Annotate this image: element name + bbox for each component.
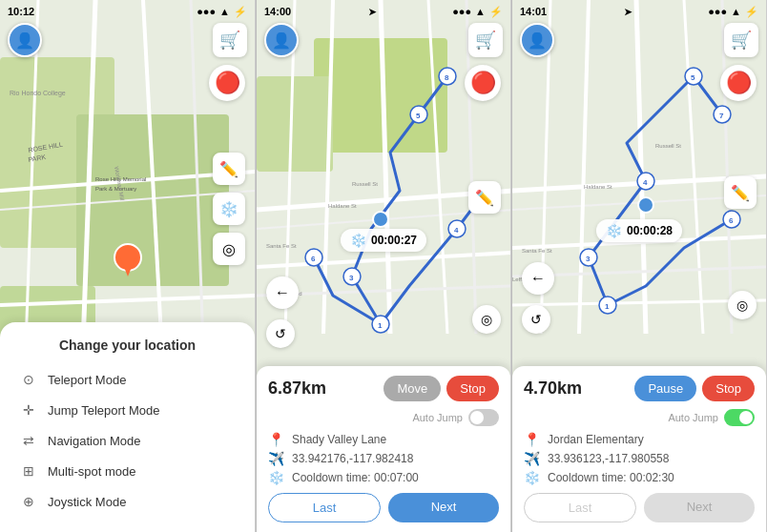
timer-value-3: 00:00:28 (627, 224, 673, 237)
back-arrow-3[interactable]: ← (522, 262, 554, 295)
location-button-2[interactable]: ◎ (472, 305, 501, 334)
refresh-button-2[interactable]: ↺ (266, 319, 295, 348)
svg-point-51 (373, 212, 388, 227)
timer-icon-3: ❄️ (606, 223, 622, 238)
autojump-toggle-2[interactable] (468, 409, 499, 426)
nav-indicator-3: ➤ (624, 7, 632, 17)
pokeball-icon-3: 🔴 (726, 71, 752, 95)
snowflake-icon-1: ❄️ (219, 200, 238, 218)
signal-icon: ●●● (197, 6, 216, 17)
battery-icon: ⚡ (234, 6, 247, 18)
cooldown-2: Cooldown time: 00:07:00 (292, 471, 419, 484)
autojump-row-3: Auto Jump (524, 409, 755, 426)
status-icons-3: ●●● ▲ ⚡ (708, 6, 758, 18)
refresh-icon-2: ↺ (275, 326, 286, 341)
move-button-2[interactable]: Move (384, 376, 441, 401)
pokeball-icon-2: 🔴 (470, 71, 496, 95)
cooldown-icon-2: ❄️ (268, 470, 284, 485)
distance-row-3: 4.70km Pause Stop (524, 376, 755, 401)
menu-label-multispot: Multi-spot mode (48, 464, 135, 479)
svg-text:4: 4 (643, 178, 648, 187)
edit-map-button-2[interactable]: ✏️ (468, 181, 501, 214)
joystick-icon: ⊕ (19, 494, 38, 509)
cart-button-1[interactable]: 🛒 (213, 23, 247, 57)
avatar-icon-2: 👤 (272, 31, 291, 50)
avatar-button-1[interactable]: 👤 (8, 23, 42, 57)
pokeball-button-3[interactable]: 🔴 (720, 65, 757, 101)
svg-text:Haldane St: Haldane St (584, 184, 612, 190)
back-arrow-2[interactable]: ← (266, 276, 299, 309)
nav-indicator-2: ➤ (368, 7, 376, 17)
panel-1: ROSE HILL PARK Rose Hills Memorial Park … (0, 0, 256, 532)
location-row-3: 📍 Jordan Elementary (524, 432, 755, 447)
location-name-2: Shady Valley Lane (292, 433, 386, 446)
signal-icon-2: ●●● (452, 6, 471, 17)
battery-icon-2: ⚡ (489, 6, 503, 18)
menu-item-joystick[interactable]: ⊕ Joystick Mode (15, 486, 239, 517)
avatar-button-2[interactable]: 👤 (264, 23, 299, 57)
menu-label-teleport: Teleport Mode (48, 373, 126, 387)
edit-map-button-3[interactable]: ✏️ (724, 176, 757, 209)
next-button-3: Next (644, 493, 755, 522)
stop-button-2[interactable]: Stop (446, 376, 499, 401)
coords-icon-2: ✈️ (268, 451, 284, 466)
distance-text-3: 4.70km (524, 379, 582, 399)
avatar-icon: 👤 (15, 31, 34, 50)
signal-icon-3: ●●● (708, 6, 727, 17)
coordinates-3: 33.936123,-117.980558 (548, 452, 669, 465)
coordinates-2: 33.942176,-117.982418 (292, 452, 413, 465)
cooldown-row-2: ❄️ Cooldown time: 00:07:00 (268, 470, 499, 485)
location-icon-2: ◎ (481, 312, 492, 327)
menu-item-jump-teleport[interactable]: ✛ Jump Teleport Mode (15, 395, 239, 425)
menu-item-navigation[interactable]: ⇄ Navigation Mode (15, 425, 239, 456)
edit-map-button[interactable]: ✏️ (213, 153, 245, 185)
cart-button-3[interactable]: 🛒 (724, 23, 758, 57)
svg-text:1: 1 (605, 302, 610, 311)
compass-icon-1: ◎ (222, 240, 236, 258)
location-button-3[interactable]: ◎ (728, 291, 757, 319)
navigation-icon: ⇄ (19, 433, 38, 448)
nav-buttons-3: Last Next (524, 493, 755, 522)
coords-row-3: ✈️ 33.936123,-117.980558 (524, 451, 755, 466)
pin-icon-3: 📍 (524, 432, 540, 447)
last-button-2[interactable]: Last (268, 493, 381, 522)
next-button-2[interactable]: Next (388, 493, 499, 522)
svg-text:5: 5 (416, 112, 421, 120)
menu-item-multispot[interactable]: ⊞ Multi-spot mode (15, 456, 239, 486)
compass-button-1[interactable]: ◎ (213, 233, 245, 265)
pokeball-button-2[interactable]: 🔴 (465, 65, 501, 101)
cooldown-3: Cooldown time: 00:02:30 (548, 471, 674, 484)
status-icons-1: ●●● ▲ ⚡ (197, 6, 247, 18)
pokeball-icon-1: 🔴 (215, 71, 240, 95)
battery-icon-3: ⚡ (745, 6, 758, 18)
status-icons-2: ●●● ▲ ⚡ (452, 6, 503, 18)
app-header-3: 👤 🛒 (512, 19, 766, 61)
pause-button-3[interactable]: Pause (634, 376, 696, 401)
wifi-icon-3: ▲ (731, 6, 741, 17)
autojump-toggle-3[interactable] (724, 409, 755, 426)
time-3: 14:01 (520, 6, 547, 17)
multispot-icon: ⊞ (19, 463, 38, 479)
svg-text:6: 6 (311, 255, 316, 263)
svg-text:8: 8 (445, 73, 449, 82)
menu-item-teleport[interactable]: ⊙ Teleport Mode (15, 364, 239, 395)
snowflake-button-1[interactable]: ❄️ (213, 193, 245, 225)
avatar-button-3[interactable]: 👤 (520, 23, 554, 57)
pokeball-button-1[interactable]: 🔴 (209, 65, 245, 101)
wifi-icon: ▲ (219, 6, 230, 17)
svg-point-79 (638, 197, 653, 213)
edit-icon-2: ✏️ (475, 189, 494, 207)
svg-text:4: 4 (454, 226, 459, 235)
stop-button-3[interactable]: Stop (702, 376, 755, 401)
svg-text:Russell St: Russell St (352, 181, 378, 187)
edit-icon: ✏️ (219, 160, 238, 178)
cooldown-icon-3: ❄️ (524, 470, 540, 485)
cart-icon: 🛒 (219, 30, 240, 51)
autojump-label-2: Auto Jump (412, 412, 463, 423)
timer-icon-2: ❄️ (350, 233, 366, 248)
cart-button-2[interactable]: 🛒 (468, 23, 503, 57)
svg-text:Santa Fe St: Santa Fe St (266, 243, 297, 249)
refresh-button-3[interactable]: ↺ (522, 305, 550, 334)
svg-text:5: 5 (691, 73, 695, 82)
timer-badge-3: ❄️ 00:00:28 (596, 219, 682, 242)
